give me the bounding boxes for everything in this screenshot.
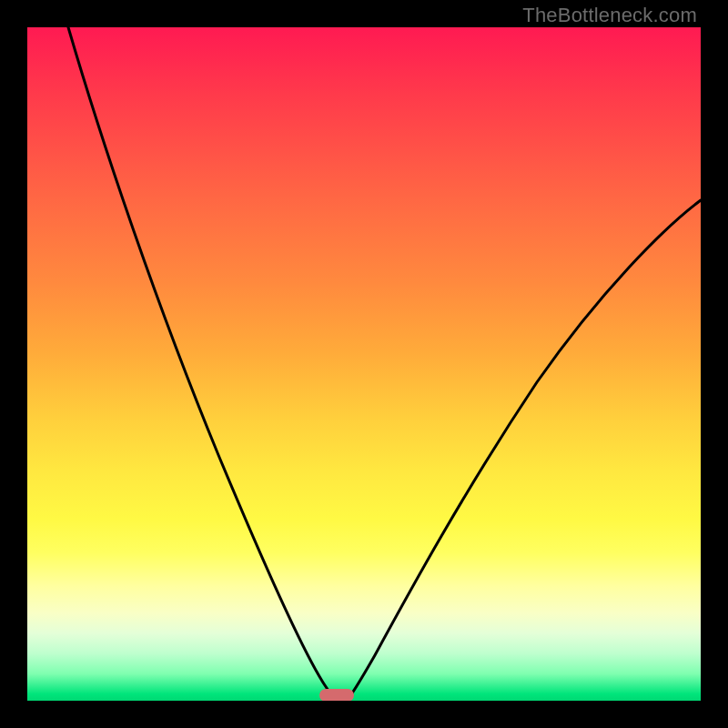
curve-left-branch <box>68 27 337 701</box>
outer-frame: TheBottleneck.com <box>0 0 728 728</box>
curve-layer <box>27 27 701 701</box>
plot-area <box>27 27 701 701</box>
watermark-text: TheBottleneck.com <box>522 4 697 27</box>
curve-right-branch <box>347 200 701 701</box>
minimum-marker <box>319 689 354 701</box>
